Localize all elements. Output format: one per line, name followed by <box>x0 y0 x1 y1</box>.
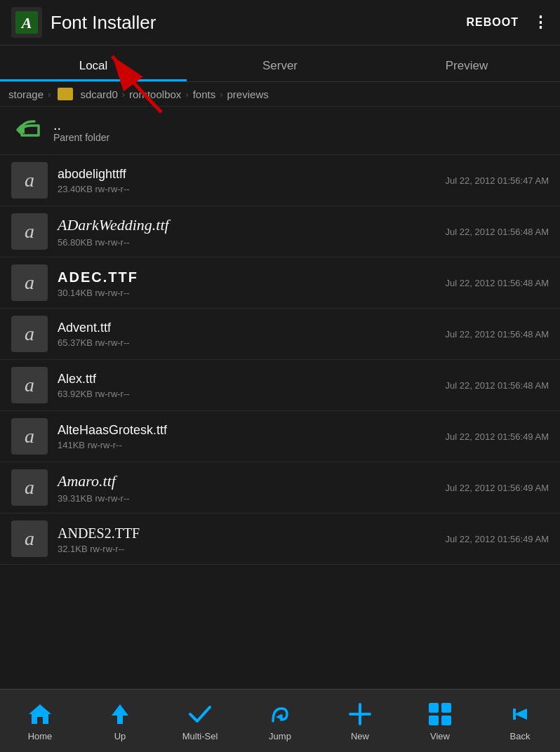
file-row-adarkwedding[interactable]: a ADarkWedding.ttf 56.80KB rw-rw-r-- Jul… <box>0 206 560 257</box>
file-row-adec[interactable]: a ADEC.TTF 30.14KB rw-rw-r-- Jul 22, 201… <box>0 257 560 309</box>
file-list: .. Parent folder a abodelighttff 23.40KB… <box>0 107 560 684</box>
bottom-navigation: Home Up Multi-Sel Jump <box>0 689 560 752</box>
file-name-4: Alex.ttf <box>58 371 446 387</box>
app-title: Font Installer <box>51 12 467 34</box>
file-name-1: ADarkWedding.ttf <box>58 215 446 236</box>
nav-back[interactable]: Back <box>480 700 560 741</box>
breadcrumb-storage[interactable]: storage <box>8 88 44 100</box>
breadcrumb-previews[interactable]: previews <box>227 88 269 100</box>
back-nav-icon <box>506 700 534 728</box>
file-row-altehaas[interactable]: a AlteHaasGrotesk.ttf 141KB rw-rw-r-- Ju… <box>0 411 560 462</box>
file-date-0: Jul 22, 2012 01:56:47 AM <box>446 175 549 186</box>
app-header: A Font Installer REBOOT ⋮ <box>0 0 560 46</box>
nav-view-label: View <box>430 731 450 741</box>
file-meta-0: 23.40KB rw-rw-r-- <box>58 184 446 194</box>
file-icon-2: a <box>11 264 48 301</box>
app-icon: A <box>11 7 42 38</box>
more-menu-icon[interactable]: ⋮ <box>533 13 549 32</box>
svg-rect-11 <box>441 716 451 725</box>
tab-bar: Local Server Preview <box>0 46 560 82</box>
file-date-1: Jul 22, 2012 01:56:48 AM <box>446 227 549 237</box>
file-row-abodelighttff[interactable]: a abodelighttff 23.40KB rw-rw-r-- Jul 22… <box>0 155 560 206</box>
parent-dots: .. <box>53 118 109 132</box>
file-icon-3: a <box>11 316 48 352</box>
folder-icon <box>58 88 73 100</box>
nav-multisel[interactable]: Multi-Sel <box>160 700 240 741</box>
svg-text:A: A <box>20 14 32 32</box>
file-icon-5: a <box>11 418 48 455</box>
svg-marker-3 <box>29 704 51 724</box>
breadcrumb-romtoolbox[interactable]: romtoolbox <box>129 88 181 100</box>
up-icon <box>106 700 134 728</box>
file-row-advent[interactable]: a Advent.ttf 65.37KB rw-rw-r-- Jul 22, 2… <box>0 309 560 360</box>
nav-new-label: New <box>351 731 369 741</box>
new-icon <box>346 700 374 728</box>
file-date-2: Jul 22, 2012 01:56:48 AM <box>446 278 549 288</box>
svg-marker-4 <box>112 704 128 724</box>
jump-icon <box>266 700 294 728</box>
svg-marker-5 <box>276 714 281 720</box>
multisel-icon <box>186 700 214 728</box>
file-meta-6: 39.31KB rw-rw-r-- <box>58 493 446 504</box>
parent-folder-label: Parent folder <box>53 132 109 143</box>
file-meta-3: 65.37KB rw-rw-r-- <box>58 337 446 348</box>
breadcrumb-path: storage › sdcard0 › romtoolbox › fonts ›… <box>0 82 560 107</box>
svg-rect-9 <box>441 703 451 713</box>
file-name-2: ADEC.TTF <box>58 268 446 286</box>
file-meta-1: 56.80KB rw-rw-r-- <box>58 237 446 248</box>
nav-view[interactable]: View <box>400 700 480 741</box>
home-icon <box>26 700 54 728</box>
file-icon-4: a <box>11 367 48 403</box>
nav-up[interactable]: Up <box>80 700 160 741</box>
file-meta-4: 63.92KB rw-rw-r-- <box>58 389 446 399</box>
svg-rect-10 <box>429 716 439 725</box>
file-row-andes[interactable]: a ANDES2.TTF 32.1KB rw-rw-r-- Jul 22, 20… <box>0 513 560 565</box>
file-name-5: AlteHaasGrotesk.ttf <box>58 422 446 438</box>
nav-home[interactable]: Home <box>0 700 80 741</box>
file-name-3: Advent.ttf <box>58 320 446 336</box>
tab-server[interactable]: Server <box>187 59 373 81</box>
tab-local[interactable]: Local <box>0 59 187 81</box>
file-date-6: Jul 22, 2012 01:56:49 AM <box>446 483 549 493</box>
breadcrumb-sdcard[interactable]: sdcard0 <box>80 88 117 100</box>
nav-back-label: Back <box>510 731 531 741</box>
view-icon <box>426 700 454 728</box>
file-name-6: Amaro.ttf <box>58 471 446 492</box>
nav-multisel-label: Multi-Sel <box>182 731 218 741</box>
breadcrumb-fonts[interactable]: fonts <box>193 88 216 100</box>
file-date-4: Jul 22, 2012 01:56:48 AM <box>446 380 549 391</box>
parent-folder-row[interactable]: .. Parent folder <box>0 107 560 155</box>
file-row-alex[interactable]: a Alex.ttf 63.92KB rw-rw-r-- Jul 22, 201… <box>0 360 560 411</box>
file-date-5: Jul 22, 2012 01:56:49 AM <box>446 431 549 442</box>
file-meta-2: 30.14KB rw-rw-r-- <box>58 288 446 298</box>
file-icon-7: a <box>11 521 48 557</box>
file-date-7: Jul 22, 2012 01:56:49 AM <box>446 534 549 544</box>
file-icon-6: a <box>11 469 48 506</box>
file-date-3: Jul 22, 2012 01:56:48 AM <box>446 329 549 340</box>
tab-preview[interactable]: Preview <box>373 59 560 81</box>
nav-new[interactable]: New <box>320 700 400 741</box>
nav-jump-label: Jump <box>269 731 291 741</box>
file-name-0: abodelighttff <box>58 166 446 182</box>
svg-rect-8 <box>429 703 439 713</box>
reboot-button[interactable]: REBOOT <box>467 16 519 29</box>
file-icon-0: a <box>11 162 48 199</box>
back-arrow-icon <box>11 114 45 147</box>
nav-up-label: Up <box>114 731 126 741</box>
file-meta-7: 32.1KB rw-rw-r-- <box>58 544 446 554</box>
nav-home-label: Home <box>28 731 53 741</box>
svg-rect-12 <box>513 709 516 720</box>
file-name-7: ANDES2.TTF <box>58 524 446 542</box>
file-icon-1: a <box>11 213 48 250</box>
file-row-amaro[interactable]: a Amaro.ttf 39.31KB rw-rw-r-- Jul 22, 20… <box>0 462 560 513</box>
nav-jump[interactable]: Jump <box>240 700 320 741</box>
file-meta-5: 141KB rw-rw-r-- <box>58 440 446 450</box>
